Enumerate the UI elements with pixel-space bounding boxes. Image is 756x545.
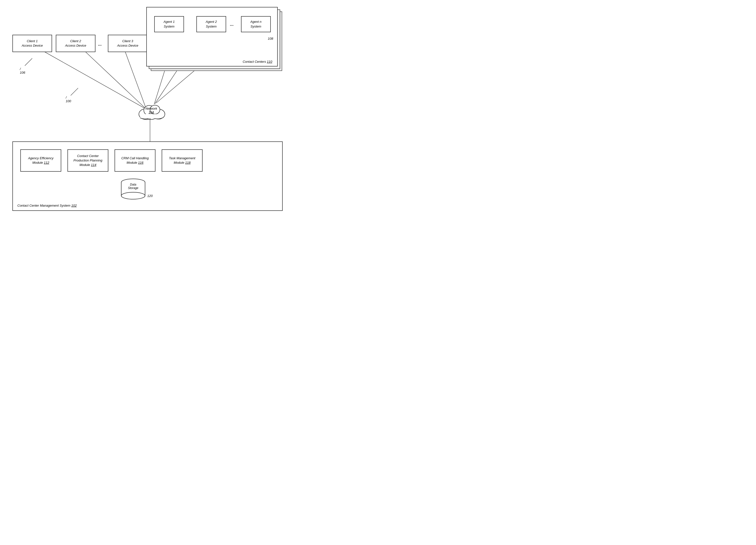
agent-dots: ... xyxy=(230,22,234,27)
module-112: Agency Efficiency Module 112 xyxy=(20,149,61,172)
agent2-box: Agent 2 System xyxy=(196,16,226,32)
agent1-label: Agent 1 System xyxy=(164,20,175,29)
ref-120: 120 xyxy=(147,194,153,198)
architecture-diagram: Client 1 Access Device Client 2 Access D… xyxy=(0,0,298,218)
module-118: Task Management Module 118 xyxy=(162,149,203,172)
agent2-label: Agent 2 System xyxy=(206,20,217,29)
data-storage: Data Storage xyxy=(120,178,147,200)
client2-label: Client 2 Access Device xyxy=(65,39,86,48)
data-storage-label: Data Storage xyxy=(120,183,147,190)
module-118-label: Task Management Module 118 xyxy=(169,156,195,165)
client1-box: Client 1 Access Device xyxy=(12,35,52,52)
client1-label: Client 1 Access Device xyxy=(22,39,43,48)
client-dots: ... xyxy=(98,42,102,47)
agentn-label: Agent n System xyxy=(250,20,262,29)
module-114-label: Contact Center Production Planning Modul… xyxy=(73,154,102,167)
ref-106: / 106 xyxy=(20,67,25,74)
module-116-label: CRM Call Handling Module 116 xyxy=(121,156,149,165)
client2-box: Client 2 Access Device xyxy=(56,35,95,52)
agent1-box: Agent 1 System xyxy=(154,16,184,32)
module-116: CRM Call Handling Module 116 xyxy=(115,149,155,172)
contact-centers-main-box: Agent 1 System Agent 2 System ... Agent … xyxy=(146,7,278,66)
ccms-box: Agency Efficiency Module 112 Contact Cen… xyxy=(12,141,283,211)
module-114: Contact Center Production Planning Modul… xyxy=(67,149,108,172)
module-112-label: Agency Efficiency Module 112 xyxy=(28,156,54,165)
contact-centers-label: Contact Centers 110 xyxy=(243,60,272,63)
ref-108: 108 xyxy=(268,37,273,40)
svg-rect-15 xyxy=(140,114,162,119)
ccms-label: Contact Center Management System 102 xyxy=(17,204,77,207)
svg-line-0 xyxy=(38,48,146,109)
svg-line-8 xyxy=(71,88,78,95)
client3-box: Client 3 Access Device xyxy=(108,35,148,52)
network-cloud: Network 104 xyxy=(134,99,169,124)
contact-centers-container: Agent 1 System Agent 2 System ... Agent … xyxy=(146,7,285,76)
svg-point-20 xyxy=(121,192,145,199)
ref-100: / 100 xyxy=(66,95,71,103)
client3-label: Client 3 Access Device xyxy=(117,39,138,48)
network-label: Network 104 xyxy=(141,107,161,114)
agentn-box: Agent n System xyxy=(241,16,271,32)
svg-line-7 xyxy=(25,58,32,66)
